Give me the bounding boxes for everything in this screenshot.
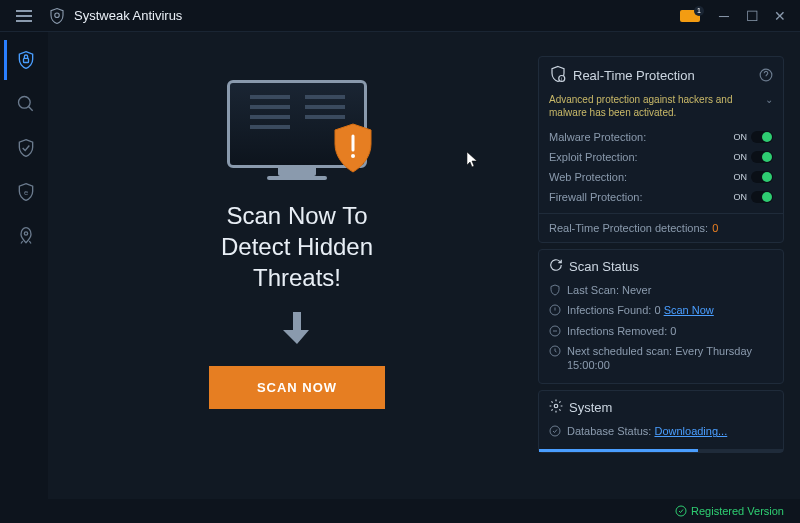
infections-removed-row: Infections Removed: 0 (549, 321, 773, 341)
maximize-button[interactable]: ☐ (740, 4, 764, 28)
footer-bar: Registered Version (0, 499, 800, 523)
realtime-protection-panel: i Real-Time Protection Advanced protecti… (538, 56, 784, 243)
infections-found-row: Infections Found: 0 Scan Now (549, 300, 773, 320)
refresh-icon (549, 258, 563, 274)
check-circle-icon (675, 505, 687, 517)
svg-point-6 (351, 154, 355, 158)
hamburger-menu-button[interactable] (8, 0, 40, 32)
last-scan-row: Last Scan: Never (549, 280, 773, 300)
titlebar: Systweak Antivirus ─ ☐ ✕ (0, 0, 800, 32)
system-panel: System Database Status: Downloading... (538, 390, 784, 452)
rtp-title: Real-Time Protection (573, 68, 753, 83)
scan-status-title: Scan Status (569, 259, 773, 274)
exploit-toggle[interactable] (751, 151, 773, 163)
detections-row: Real-Time Protection detections: 0 (549, 220, 773, 234)
monitor-illustration (227, 80, 367, 180)
help-icon[interactable] (759, 68, 773, 82)
sidebar-item-quarantine[interactable] (4, 128, 44, 168)
main-content: Scan Now To Detect Hidden Threats! SCAN … (48, 32, 800, 499)
protection-row: Firewall Protection: ON (549, 187, 773, 207)
svg-point-0 (55, 13, 60, 18)
db-status-value: Downloading... (654, 425, 727, 437)
protection-row: Malware Protection: ON (549, 127, 773, 147)
window-controls: ─ ☐ ✕ (680, 4, 792, 28)
notification-badge-icon[interactable] (680, 10, 700, 22)
chevron-down-icon[interactable]: ⌄ (765, 93, 773, 106)
logo-area: Systweak Antivirus (48, 7, 182, 25)
firewall-toggle[interactable] (751, 191, 773, 203)
svg-rect-1 (684, 11, 696, 19)
svg-point-13 (554, 405, 558, 409)
hero-heading: Scan Now To Detect Hidden Threats! (221, 200, 373, 294)
app-title: Systweak Antivirus (74, 8, 182, 23)
svg-text:e: e (23, 188, 27, 197)
warning-shield-icon (331, 122, 375, 174)
svg-point-15 (676, 506, 686, 516)
close-button[interactable]: ✕ (768, 4, 792, 28)
protection-row: Exploit Protection: ON (549, 147, 773, 167)
svg-point-5 (24, 232, 27, 235)
registered-label: Registered Version (691, 505, 784, 517)
sidebar-item-exclusions[interactable]: e (4, 172, 44, 212)
scan-status-panel: Scan Status Last Scan: Never Infections … (538, 249, 784, 384)
shield-info-icon: i (549, 65, 567, 85)
svg-point-3 (18, 97, 30, 109)
protection-row: Web Protection: ON (549, 167, 773, 187)
svg-point-14 (550, 426, 560, 436)
svg-text:i: i (561, 77, 562, 82)
malware-toggle[interactable] (751, 131, 773, 143)
next-scan-row: Next scheduled scan: Every Thursday 15:0… (549, 341, 773, 376)
hero-pane: Scan Now To Detect Hidden Threats! SCAN … (64, 56, 530, 491)
app-logo-icon (48, 7, 66, 25)
database-status-row: Database Status: Downloading... (549, 421, 773, 441)
sidebar-item-boost[interactable] (4, 216, 44, 256)
arrow-down-icon (283, 310, 311, 350)
svg-rect-2 (23, 58, 28, 62)
system-title: System (569, 400, 773, 415)
sidebar: e (0, 32, 48, 499)
download-progress (539, 449, 783, 452)
minimize-button[interactable]: ─ (712, 4, 736, 28)
sidebar-item-scan[interactable] (4, 84, 44, 124)
scan-now-button[interactable]: SCAN NOW (209, 366, 385, 409)
advisory-text: Advanced protection against hackers and … (549, 91, 773, 127)
web-toggle[interactable] (751, 171, 773, 183)
scan-now-link[interactable]: Scan Now (664, 304, 714, 316)
gear-icon (549, 399, 563, 415)
sidebar-item-protection[interactable] (4, 40, 44, 80)
right-pane: i Real-Time Protection Advanced protecti… (538, 56, 784, 491)
